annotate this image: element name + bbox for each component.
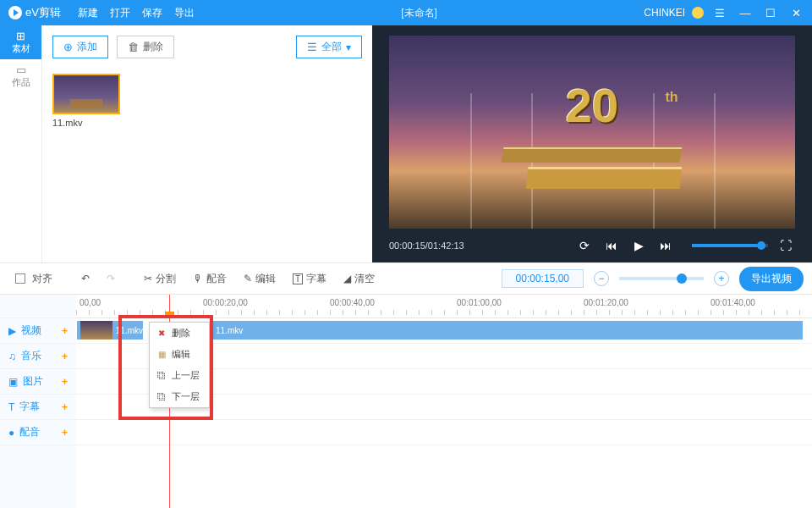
timeline-clip[interactable]: 11.mkv — [211, 320, 804, 340]
track-area[interactable]: 00,00 00:00:20,00 00:00:40,00 00:01:00,0… — [76, 295, 812, 508]
chevron-down-icon: ▾ — [346, 41, 351, 53]
eraser-icon: ◢ — [343, 273, 351, 284]
media-filename: 11.mkv — [52, 118, 120, 128]
filter-dropdown[interactable]: ☰ 全部 ▾ — [296, 36, 362, 58]
next-frame-button[interactable]: ⏭ — [656, 236, 675, 255]
track-header-video[interactable]: ▶视频+ — [0, 318, 76, 344]
track-headers: ▶视频+ ♫音乐+ ▣图片+ T字幕+ ●配音+ — [0, 295, 76, 508]
delete-media-button[interactable]: 🗑 删除 — [117, 36, 174, 58]
ctx-delete[interactable]: ✖删除 — [150, 323, 209, 344]
timeline: ▶视频+ ♫音乐+ ▣图片+ T字幕+ ●配音+ 00,00 00:00:20,… — [0, 295, 812, 508]
ctx-layer-up[interactable]: ⿻上一层 — [150, 365, 209, 386]
image-icon: ▣ — [8, 376, 18, 388]
sidebar-tab-label: 素材 — [12, 42, 30, 55]
current-time-box[interactable]: 00:00:15,00 — [502, 269, 584, 288]
timeline-clip[interactable]: 11.mkv — [76, 320, 144, 340]
play-icon: ▶ — [8, 325, 16, 337]
logo-text: eV剪辑 — [25, 5, 61, 20]
sidebar-tab-works[interactable]: ▭ 作品 — [0, 59, 41, 93]
ruler-label: 00:01:00,00 — [457, 298, 502, 307]
ruler-label: 00:01:20,00 — [584, 298, 628, 307]
music-icon: ♫ — [8, 351, 16, 362]
sidebar-tab-media[interactable]: ⊞ 素材 — [0, 25, 41, 59]
add-track-icon[interactable]: + — [62, 427, 68, 439]
loop-button[interactable]: ⟳ — [575, 236, 594, 255]
ruler-label: 00:00:20,00 — [203, 298, 248, 307]
split-button[interactable]: ✂分割 — [137, 272, 183, 286]
zoom-slider[interactable] — [619, 277, 704, 280]
seek-slider[interactable] — [692, 244, 768, 247]
track-header-image[interactable]: ▣图片+ — [0, 369, 76, 395]
edit-button[interactable]: ✎编辑 — [237, 272, 283, 286]
logo-play-icon — [8, 6, 22, 19]
add-track-icon[interactable]: + — [62, 351, 68, 362]
trash-icon: 🗑 — [128, 41, 139, 53]
add-track-icon[interactable]: + — [62, 376, 68, 388]
snap-toggle[interactable]: 对齐 — [8, 272, 59, 286]
list-icon: ☰ — [307, 41, 317, 53]
media-area: ⊕ 添加 🗑 删除 ☰ 全部 ▾ 11.mkv — [42, 25, 372, 262]
play-button[interactable]: ▶ — [629, 236, 648, 255]
x-icon: ✖ — [156, 329, 167, 339]
minimize-button[interactable]: — — [736, 7, 754, 19]
document-title: [未命名] — [195, 6, 644, 20]
undo-button[interactable]: ↶ — [74, 273, 96, 284]
grid-icon: ⊞ — [16, 30, 25, 42]
menu-new[interactable]: 新建 — [78, 6, 98, 20]
coin-icon — [692, 7, 704, 19]
app-logo: eV剪辑 — [0, 5, 69, 20]
ctx-edit[interactable]: ▦编辑 — [150, 344, 209, 365]
checkbox-icon — [15, 273, 25, 284]
titlebar: eV剪辑 新建 打开 保存 导出 [未命名] CHINKEI ☰ — ☐ ✕ — [0, 0, 812, 25]
menu-save[interactable]: 保存 — [142, 6, 162, 20]
preview-canvas[interactable]: 20 th — [389, 36, 795, 229]
left-sidebar: ⊞ 素材 ▭ 作品 — [0, 25, 42, 262]
layer-down-icon: ⿻ — [156, 392, 167, 402]
ctx-layer-down[interactable]: ⿻下一层 — [150, 386, 209, 407]
clear-button[interactable]: ◢清空 — [337, 272, 381, 286]
time-ruler[interactable]: 00,00 00:00:20,00 00:00:40,00 00:01:00,0… — [76, 295, 812, 318]
undo-icon: ↶ — [81, 273, 90, 284]
plus-folder-icon: ⊕ — [63, 41, 73, 53]
media-item[interactable]: 11.mkv — [52, 74, 120, 128]
menu-export[interactable]: 导出 — [174, 6, 195, 20]
menu-dropdown-icon[interactable]: ☰ — [710, 7, 729, 19]
add-track-icon[interactable]: + — [62, 325, 68, 337]
text-icon: T — [293, 273, 303, 284]
ruler-label: 00:00:40,00 — [330, 298, 375, 307]
preview-panel: 20 th 00:00:15/01:42:13 ⟳ ⏮ ▶ ⏭ ⛶ — [372, 25, 812, 262]
track-header-subtitle[interactable]: T字幕+ — [0, 395, 76, 420]
preview-controls: 00:00:15/01:42:13 ⟳ ⏮ ▶ ⏭ ⛶ — [372, 229, 812, 262]
layer-up-icon: ⿻ — [156, 371, 167, 381]
zoom-out-button[interactable]: − — [594, 271, 609, 286]
export-video-button[interactable]: 导出视频 — [739, 267, 804, 291]
prev-frame-button[interactable]: ⏮ — [602, 236, 621, 255]
text-icon: T — [8, 401, 14, 413]
track-header-voice[interactable]: ●配音+ — [0, 420, 76, 445]
main-menu: 新建 打开 保存 导出 — [78, 6, 195, 20]
pencil-icon: ✎ — [244, 273, 252, 284]
add-track-icon[interactable]: + — [62, 401, 68, 413]
subtitle-button[interactable]: T字幕 — [286, 272, 333, 286]
track-header-music[interactable]: ♫音乐+ — [0, 344, 76, 369]
media-thumbnail — [52, 74, 120, 114]
add-media-button[interactable]: ⊕ 添加 — [52, 36, 108, 58]
folder-icon: ▭ — [16, 64, 26, 76]
edit-icon: ▦ — [156, 350, 167, 360]
fullscreen-button[interactable]: ⛶ — [776, 236, 795, 255]
voiceover-button[interactable]: 🎙配音 — [186, 272, 233, 286]
maximize-button[interactable]: ☐ — [761, 7, 780, 19]
close-button[interactable]: ✕ — [787, 7, 805, 19]
ruler-label: 00,00 — [80, 298, 101, 307]
redo-button[interactable]: ↷ — [100, 273, 122, 284]
clip-context-menu: ✖删除 ▦编辑 ⿻上一层 ⿻下一层 — [149, 322, 210, 408]
zoom-in-button[interactable]: + — [714, 271, 729, 286]
scissors-icon: ✂ — [144, 273, 152, 284]
voice-track[interactable] — [76, 420, 812, 445]
preview-graphic: 20 — [566, 78, 618, 133]
user-name[interactable]: CHINKEI — [644, 7, 685, 19]
toolstrip: 对齐 ↶ ↷ ✂分割 🎙配音 ✎编辑 T字幕 ◢清空 00:00:15,00 −… — [0, 262, 812, 295]
record-icon: ● — [8, 427, 14, 439]
time-display: 00:00:15/01:42:13 — [389, 240, 464, 251]
menu-open[interactable]: 打开 — [110, 6, 130, 20]
